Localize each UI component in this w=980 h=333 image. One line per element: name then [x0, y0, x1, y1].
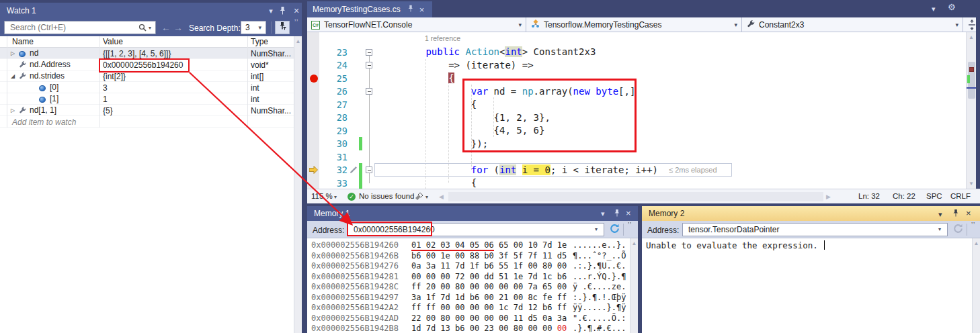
gear-icon[interactable]: ⚙ [948, 3, 956, 11]
watch-value-cell[interactable]: {5} [99, 105, 247, 116]
hscrollbar-track[interactable] [448, 192, 823, 201]
memory-row[interactable]: 0x000002556B1942760a 3a 11 7d 1f b6 55 1… [307, 261, 630, 272]
window-position-icon[interactable]: ▾ [266, 7, 276, 15]
editor-scrollbar[interactable]: ▲ ▼ [966, 32, 976, 189]
expander-collapsed-icon[interactable]: ▷ [9, 50, 16, 56]
health-indicator-icon[interactable]: ✓ [348, 193, 356, 201]
memory-row[interactable]: 0x000002556B19426Bb6 00 1e 00 88 b0 3f 5… [307, 251, 630, 262]
member-dropdown[interactable]: Constant2x3 ▾ [743, 17, 963, 32]
fold-collapse-box[interactable] [366, 166, 372, 173]
fold-collapse-box[interactable] [366, 49, 372, 56]
watch-settings-icon[interactable] [275, 21, 290, 34]
watch-scrollbar[interactable]: ▲ [294, 36, 302, 333]
search-input[interactable] [4, 21, 156, 34]
hscroll-right-icon[interactable]: ▶ [826, 193, 831, 200]
zoom-chevron-icon[interactable]: ▾ [334, 194, 337, 200]
memory-row[interactable]: 0x000002556B1942AD22 00 80 00 00 00 00 1… [307, 314, 630, 324]
code-line[interactable]: 30 }); [307, 137, 966, 150]
hscroll-left-icon[interactable]: ◀ [439, 193, 444, 200]
watch-value-cell[interactable]: {int[2]} [99, 70, 247, 82]
fold-collapse-box[interactable] [366, 62, 372, 68]
health-indicator-label[interactable]: No issues found [359, 192, 414, 200]
search-icon[interactable] [138, 23, 147, 34]
memory2-message-area[interactable]: Unable to evaluate the expression. [642, 238, 971, 333]
memory1-title-bar[interactable]: Memory 1 ▾ × [307, 206, 638, 221]
tab-memorytestingcases[interactable]: MemoryTestingCases.cs × [307, 1, 432, 17]
fold-collapse-box[interactable] [366, 88, 372, 95]
search-forward-icon[interactable]: → [173, 22, 183, 33]
zoom-level[interactable]: 115 % [311, 192, 333, 200]
class-dropdown[interactable]: Tensorflow.MemoryTestingCases ▾ [527, 17, 742, 32]
memory-row[interactable]: 0x000002556B19426001 02 03 04 05 06 65 0… [307, 240, 630, 251]
close-icon[interactable]: × [966, 208, 971, 218]
code-line[interactable]: 29 {4, 5, 6} [307, 124, 966, 138]
column-header-value[interactable]: Value [103, 37, 123, 46]
pin-icon[interactable] [279, 6, 286, 17]
watch-row[interactable]: ▷nd[1, 1]{5}NumShar... [0, 105, 294, 116]
chevron-down-icon[interactable]: ▾ [595, 226, 598, 232]
chevron-down-icon[interactable]: ▾ [938, 226, 941, 232]
code-line[interactable]: 24 => (iterate) => [307, 58, 966, 72]
watch-value-cell[interactable]: 0x000002556b194260 [99, 59, 247, 70]
memory1-hex-view[interactable]: 0x000002556B19426001 02 03 04 05 06 65 0… [307, 238, 630, 333]
code-line[interactable]: 32 for (int i = 0; i < iterate; i++)≤ 2m… [307, 163, 966, 177]
code-cleanup-chevron-icon[interactable]: ▾ [425, 194, 428, 200]
code-line[interactable]: 26 var nd = np.array(new byte[,] [307, 85, 966, 98]
codelens-references[interactable]: 1 reference [425, 34, 460, 42]
memory-row[interactable]: 0x000002556B1942973a 1f 7d 1d b6 00 21 0… [307, 293, 630, 303]
memory1-scrollbar[interactable]: ▲ [630, 238, 638, 333]
refresh-icon[interactable] [610, 224, 620, 236]
memory-row[interactable]: 0x000002556B1942B81d 7d 13 b6 00 23 00 8… [307, 324, 630, 333]
breakpoint-icon[interactable] [310, 75, 318, 83]
window-position-icon[interactable]: ▾ [938, 210, 942, 219]
close-icon[interactable]: × [292, 6, 301, 15]
memory2-address-input[interactable] [682, 223, 948, 236]
watch-row[interactable]: ◢nd.strides{int[2]}int[] [0, 70, 294, 82]
pin-icon[interactable] [952, 209, 959, 219]
watch-title-bar[interactable]: Watch 1 ▾ × [0, 3, 302, 19]
watch-value-cell[interactable]: 3 [99, 82, 247, 93]
memory2-title-bar[interactable]: Memory 2 ▾ × [642, 206, 980, 221]
code-line[interactable]: 28 {1, 2, 3}, [307, 111, 966, 124]
pin-icon[interactable] [614, 209, 620, 219]
scroll-up-icon[interactable]: ▲ [294, 38, 302, 44]
editor-dropdown-icon[interactable]: ▾ [932, 5, 936, 13]
close-icon[interactable]: × [626, 209, 631, 218]
tab-close-icon[interactable]: × [419, 5, 425, 14]
column-header-type[interactable]: Type [251, 37, 268, 46]
memory2-scrollbar[interactable]: ▲ [972, 238, 980, 333]
watch-row[interactable]: ▷nd{[[1, 2, 3], [4, 5, 6]]}NumShar... [0, 48, 294, 59]
memory1-address-input[interactable] [348, 223, 604, 236]
watch-value-cell[interactable]: {[[1, 2, 3], [4, 5, 6]]} [99, 48, 247, 59]
code-cleanup-icon[interactable] [415, 192, 423, 203]
search-back-icon[interactable]: ← [161, 22, 171, 33]
watch-row[interactable]: nd.Address0x000002556b194260void* [0, 59, 294, 70]
watch-add-row[interactable]: Add item to watch [0, 116, 294, 128]
memory-row[interactable]: 0x000002556B19428100 00 00 72 00 dd 51 1… [307, 272, 630, 283]
search-options-chevron-icon[interactable]: ▾ [149, 25, 151, 31]
watch-row[interactable]: [0]3int [0, 82, 294, 93]
memory-row[interactable]: 0x000002556B19428Cff 20 00 80 00 00 00 0… [307, 282, 630, 293]
search-depth-select[interactable]: 3 ▾ [241, 21, 266, 34]
code-line[interactable]: 23 public Action<int> Constant2x3 [307, 46, 966, 59]
window-position-icon[interactable]: ▾ [601, 210, 605, 218]
tab-pin-icon[interactable] [407, 5, 414, 14]
expander-collapsed-icon[interactable]: ▷ [9, 107, 16, 113]
project-dropdown[interactable]: C# TensorFlowNET.Console ▾ [307, 17, 526, 32]
memory-row[interactable]: 0x000002556B1942A2ff ff 00 00 00 00 1c 7… [307, 303, 630, 314]
column-header-name[interactable]: Name [12, 37, 34, 46]
code-editor[interactable]: 1 reference 23 public Action<int> Consta… [307, 32, 966, 189]
split-window-icon[interactable] [967, 19, 977, 32]
scroll-up-icon[interactable]: ▲ [973, 240, 980, 246]
code-line[interactable]: 33 { [307, 177, 966, 189]
code-line[interactable]: 25 { [307, 72, 966, 85]
overflow-button[interactable]: ’’ [628, 222, 632, 229]
expander-expanded-icon[interactable]: ◢ [9, 73, 16, 79]
watch-value-cell[interactable]: 1 [99, 93, 247, 105]
overflow-button[interactable]: ’’ [971, 222, 975, 229]
scroll-down-icon[interactable]: ▼ [967, 181, 976, 187]
watch-value-cell[interactable] [99, 116, 247, 128]
scroll-up-icon[interactable]: ▲ [630, 240, 638, 246]
overflow-button[interactable]: ’’ [294, 19, 298, 26]
code-line[interactable]: 27 { [307, 98, 966, 111]
